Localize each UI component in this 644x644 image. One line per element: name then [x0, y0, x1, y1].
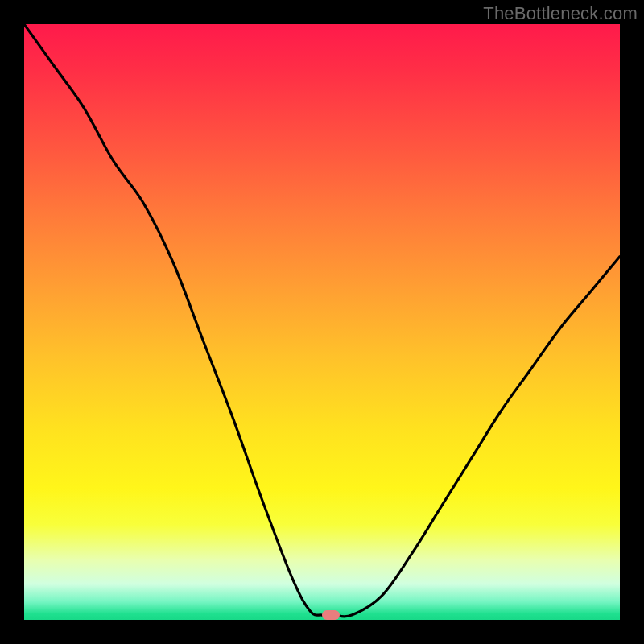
bottleneck-curve: [24, 24, 620, 620]
chart-frame: TheBottleneck.com: [0, 0, 644, 644]
optimal-marker: [322, 610, 340, 620]
watermark-text: TheBottleneck.com: [483, 3, 638, 24]
plot-area: [24, 24, 620, 620]
